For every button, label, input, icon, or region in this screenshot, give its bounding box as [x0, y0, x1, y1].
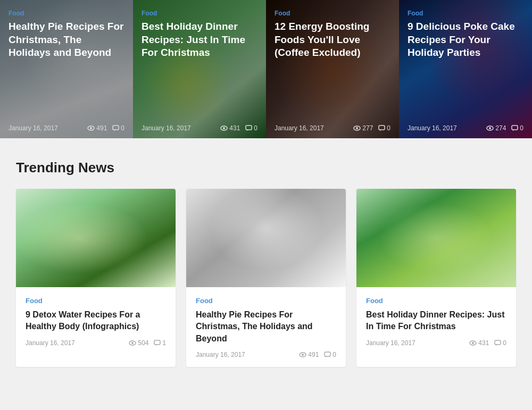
trending-card-1-image — [16, 189, 176, 287]
hero-1-views: 491 — [87, 124, 107, 132]
hero-2-category: Food — [142, 10, 257, 17]
eye-icon — [353, 125, 361, 131]
eye-icon — [220, 125, 228, 131]
hero-1-category: Food — [9, 10, 124, 17]
svg-rect-8 — [379, 125, 385, 130]
hero-4-date: January 16, 2017 — [408, 124, 480, 132]
trending-2-views: 491 — [299, 351, 319, 358]
svg-rect-2 — [113, 125, 119, 130]
comment-icon — [511, 125, 518, 131]
svg-point-7 — [356, 127, 358, 129]
svg-point-10 — [489, 127, 491, 129]
hero-2-stats: 431 0 — [220, 124, 257, 132]
hero-3-title: 12 Energy Boosting Foods You'll Love (Co… — [275, 20, 390, 124]
comment-icon — [494, 340, 501, 346]
trending-2-category: Food — [196, 297, 336, 305]
trending-card-3-image — [356, 189, 516, 287]
comment-icon — [324, 352, 331, 358]
svg-point-4 — [223, 127, 225, 129]
eye-icon — [469, 340, 477, 346]
trending-1-views: 504 — [129, 339, 148, 347]
svg-rect-20 — [495, 340, 501, 345]
trending-card-2[interactable]: Food Healthy Pie Recipes For Christmas, … — [186, 189, 346, 367]
hero-3-stats: 277 0 — [353, 124, 390, 132]
trending-1-title: 9 Detox Water Recipes For a Healthy Body… — [26, 309, 166, 333]
hero-3-views: 277 — [353, 124, 373, 132]
trending-card-2-image — [186, 189, 346, 287]
eye-icon — [87, 125, 95, 131]
trending-1-stats: 504 1 — [129, 339, 166, 347]
eye-icon — [486, 125, 494, 131]
hero-3-comments: 0 — [378, 124, 390, 132]
hero-4-category: Food — [408, 10, 523, 17]
eye-icon — [299, 352, 306, 357]
svg-rect-17 — [325, 352, 330, 356]
trending-1-date: January 16, 2017 — [26, 339, 122, 347]
hero-4-comments: 0 — [511, 124, 523, 132]
svg-rect-14 — [154, 340, 160, 345]
comment-icon — [112, 125, 119, 131]
hero-4-title: 9 Delicious Poke Cake Recipes For Your H… — [408, 20, 523, 124]
svg-rect-11 — [512, 125, 518, 130]
hero-2-views: 431 — [220, 124, 240, 132]
hero-3-category: Food — [275, 10, 390, 17]
trending-2-stats: 491 0 — [299, 351, 336, 358]
trending-3-comments: 0 — [494, 339, 506, 347]
hero-2-date: January 16, 2017 — [142, 124, 214, 132]
trending-3-category: Food — [366, 297, 506, 305]
hero-card-4[interactable]: Food 9 Delicious Poke Cake Recipes For Y… — [399, 0, 532, 138]
trending-3-stats: 431 0 — [469, 339, 506, 347]
trending-3-date: January 16, 2017 — [366, 339, 463, 347]
trending-2-comments: 0 — [324, 351, 336, 358]
hero-2-title: Best Holiday Dinner Recipes: Just In Tim… — [142, 20, 257, 124]
hero-1-stats: 491 0 — [87, 124, 124, 132]
svg-point-19 — [472, 342, 474, 344]
trending-1-comments: 1 — [154, 339, 166, 347]
trending-1-category: Food — [26, 297, 166, 305]
trending-2-date: January 16, 2017 — [196, 351, 293, 358]
hero-3-date: January 16, 2017 — [275, 124, 347, 132]
trending-card-1[interactable]: Food 9 Detox Water Recipes For a Healthy… — [16, 189, 176, 367]
trending-section: Trending News Food 9 Detox Water Recipes… — [0, 138, 532, 388]
hero-1-date: January 16, 2017 — [9, 124, 81, 132]
hero-1-comments: 0 — [112, 124, 124, 132]
hero-section: Food Healthy Pie Recipes For Christmas, … — [0, 0, 532, 138]
comment-icon — [245, 125, 252, 131]
trending-title: Trending News — [16, 160, 516, 176]
comment-icon — [154, 340, 161, 346]
hero-2-comments: 0 — [245, 124, 257, 132]
eye-icon — [129, 340, 136, 346]
hero-card-1[interactable]: Food Healthy Pie Recipes For Christmas, … — [0, 0, 133, 138]
hero-1-title: Healthy Pie Recipes For Christmas, The H… — [9, 20, 124, 124]
svg-point-1 — [90, 127, 92, 129]
hero-4-views: 274 — [486, 124, 506, 132]
trending-3-views: 431 — [469, 339, 489, 347]
trending-2-title: Healthy Pie Recipes For Christmas, The H… — [196, 309, 336, 345]
trending-card-3[interactable]: Food Best Holiday Dinner Recipes: Just I… — [356, 189, 516, 367]
svg-point-13 — [131, 342, 134, 344]
hero-4-stats: 274 0 — [486, 124, 523, 132]
hero-card-3[interactable]: Food 12 Energy Boosting Foods You'll Lov… — [266, 0, 399, 138]
comment-icon — [378, 125, 385, 131]
trending-3-title: Best Holiday Dinner Recipes: Just In Tim… — [366, 309, 506, 333]
trending-grid: Food 9 Detox Water Recipes For a Healthy… — [16, 189, 516, 367]
svg-point-16 — [302, 354, 304, 356]
hero-card-2[interactable]: Food Best Holiday Dinner Recipes: Just I… — [133, 0, 266, 138]
svg-rect-5 — [246, 125, 252, 130]
